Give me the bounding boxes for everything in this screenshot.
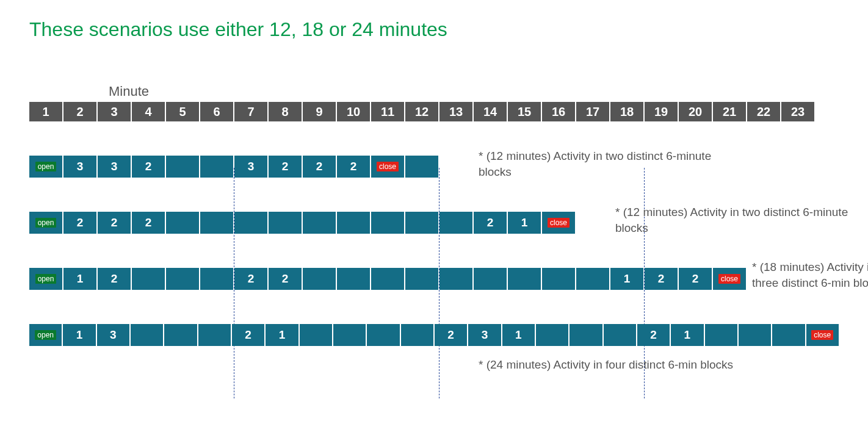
activity-cell: 2 bbox=[98, 268, 131, 290]
activity-cell: 3 bbox=[468, 324, 501, 346]
activity-cell: close bbox=[713, 268, 746, 290]
activity-cell: 2 bbox=[679, 268, 712, 290]
activity-cell bbox=[367, 324, 399, 346]
activity-cell bbox=[333, 324, 366, 346]
minute-axis-label: Minute bbox=[109, 84, 839, 99]
ruler-cell: 9 bbox=[303, 102, 336, 121]
activity-cell: 2 bbox=[232, 324, 264, 346]
activity-cell: open bbox=[29, 156, 62, 178]
ruler-cell: 3 bbox=[98, 102, 131, 121]
activity-cell bbox=[131, 324, 163, 346]
activity-cell bbox=[536, 324, 568, 346]
activity-cell: 2 bbox=[132, 212, 165, 234]
ruler-cell: 21 bbox=[713, 102, 746, 121]
activity-cell bbox=[371, 268, 404, 290]
activity-cell: open bbox=[29, 268, 62, 290]
activity-cell bbox=[269, 212, 302, 234]
activity-cell bbox=[439, 212, 472, 234]
page-title: These scenarios use either 12, 18 or 24 … bbox=[29, 18, 839, 41]
activity-cell bbox=[166, 268, 199, 290]
ruler-cell: 23 bbox=[781, 102, 814, 121]
ruler-cell: 20 bbox=[679, 102, 712, 121]
activity-cell bbox=[337, 212, 370, 234]
activity-cell bbox=[371, 212, 404, 234]
ruler-cell: 14 bbox=[474, 102, 507, 121]
scenario-caption: * (12 minutes) Activity in two distinct … bbox=[615, 204, 868, 236]
minute-ruler: 1234567891011121314151617181920212223 bbox=[29, 102, 839, 121]
activity-cell: 3 bbox=[234, 156, 267, 178]
activity-cell bbox=[405, 268, 438, 290]
ruler-cell: 10 bbox=[337, 102, 370, 121]
activity-cell: close bbox=[806, 324, 839, 346]
activity-cell: 3 bbox=[63, 156, 96, 178]
activity-cell bbox=[405, 156, 438, 178]
scenario-caption: * (24 minutes) Activity in four distinct… bbox=[479, 357, 735, 373]
activity-cell bbox=[200, 156, 233, 178]
scenario-rows: open3323222close* (12 minutes) Activity … bbox=[29, 156, 839, 398]
activity-cell bbox=[508, 268, 541, 290]
activity-cell bbox=[132, 268, 165, 290]
activity-cell: open bbox=[29, 212, 62, 234]
activity-cell bbox=[303, 212, 336, 234]
activity-cell bbox=[576, 268, 609, 290]
ruler-cell: 2 bbox=[63, 102, 96, 121]
activity-cell: 1 bbox=[266, 324, 298, 346]
activity-cell bbox=[772, 324, 805, 346]
activity-cell: 2 bbox=[303, 156, 336, 178]
activity-cell: 2 bbox=[63, 212, 96, 234]
activity-cell: close bbox=[542, 212, 575, 234]
close-badge: close bbox=[811, 330, 833, 340]
activity-cell: 1 bbox=[63, 268, 96, 290]
activity-cell bbox=[166, 212, 199, 234]
activity-cell: 3 bbox=[98, 156, 131, 178]
ruler-cell: 18 bbox=[610, 102, 643, 121]
activity-cell: open bbox=[29, 324, 62, 346]
activity-cell bbox=[337, 268, 370, 290]
activity-cell: close bbox=[371, 156, 404, 178]
activity-cell: 2 bbox=[269, 156, 302, 178]
ruler-cell: 8 bbox=[269, 102, 302, 121]
activity-cell bbox=[200, 268, 233, 290]
close-badge: close bbox=[718, 274, 740, 284]
activity-cell: 1 bbox=[671, 324, 703, 346]
ruler-cell: 19 bbox=[645, 102, 678, 121]
ruler-cell: 7 bbox=[234, 102, 267, 121]
activity-cell bbox=[234, 212, 267, 234]
activity-cell: 2 bbox=[474, 212, 507, 234]
ruler-cell: 6 bbox=[200, 102, 233, 121]
activity-cell: 2 bbox=[337, 156, 370, 178]
activity-cell bbox=[200, 212, 233, 234]
open-badge: open bbox=[35, 162, 57, 171]
ruler-cell: 22 bbox=[747, 102, 780, 121]
activity-cell: 2 bbox=[637, 324, 670, 346]
activity-cell bbox=[164, 324, 197, 346]
activity-cell bbox=[303, 268, 336, 290]
activity-cell bbox=[705, 324, 737, 346]
ruler-cell: 15 bbox=[508, 102, 541, 121]
activity-cell: 2 bbox=[645, 268, 678, 290]
ruler-cell: 11 bbox=[371, 102, 404, 121]
activity-cell: 1 bbox=[502, 324, 535, 346]
activity-cell: 3 bbox=[97, 324, 129, 346]
activity-cell: 2 bbox=[132, 156, 165, 178]
ruler-cell: 13 bbox=[439, 102, 472, 121]
scenario-row: open1222122close* (18 minutes) Activity … bbox=[29, 268, 839, 290]
activity-cell bbox=[542, 268, 575, 290]
activity-cell bbox=[474, 268, 507, 290]
ruler-cell: 12 bbox=[405, 102, 438, 121]
ruler-cell: 1 bbox=[29, 102, 62, 121]
ruler-cell: 17 bbox=[576, 102, 609, 121]
scenario-row: open22221close* (12 minutes) Activity in… bbox=[29, 212, 839, 234]
activity-cell: 1 bbox=[610, 268, 643, 290]
activity-cell bbox=[198, 324, 231, 346]
scenario-row: open3323222close* (12 minutes) Activity … bbox=[29, 156, 839, 178]
activity-cell bbox=[300, 324, 332, 346]
scenario-row-cells: open1222122close bbox=[29, 268, 839, 290]
close-badge: close bbox=[548, 218, 570, 228]
close-badge: close bbox=[377, 162, 399, 171]
open-badge: open bbox=[35, 218, 57, 228]
scenario-row-cells: open132123121close bbox=[29, 324, 839, 346]
activity-cell: 2 bbox=[98, 212, 131, 234]
ruler-cell: 16 bbox=[542, 102, 575, 121]
ruler-cell: 5 bbox=[166, 102, 199, 121]
